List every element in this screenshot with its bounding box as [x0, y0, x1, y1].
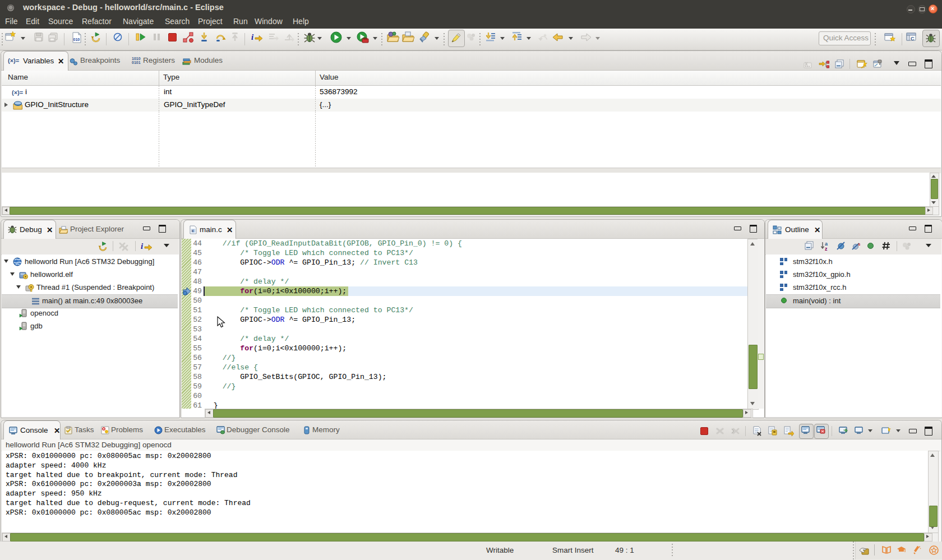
svg-text:i: i [141, 242, 144, 251]
svg-text:C: C [911, 36, 915, 41]
svg-text:i: i [251, 33, 254, 41]
svg-text:s: s [858, 242, 861, 247]
svg-text:010: 010 [73, 38, 80, 41]
svg-text:c: c [192, 228, 194, 233]
svg-text:z: z [825, 246, 828, 251]
